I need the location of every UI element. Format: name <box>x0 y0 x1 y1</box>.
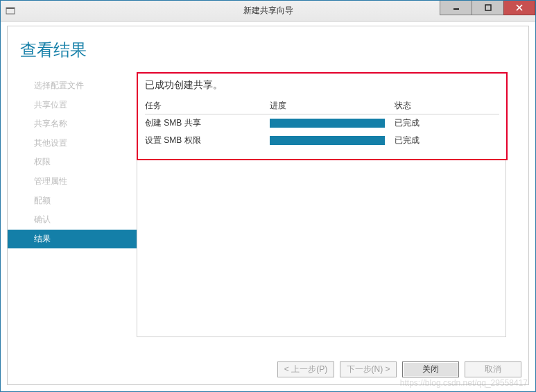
next-button: 下一步(N) > <box>340 361 397 377</box>
right-pane: 已成功创建共享。 任务 进度 状态 创建 SMB 共享 已完成 设置 SMB 权… <box>137 72 528 355</box>
sidebar: 选择配置文件 共享位置 共享名称 其他设置 权限 管理属性 配额 确认 结果 <box>8 72 137 355</box>
result-highlight: 已成功创建共享。 任务 进度 状态 创建 SMB 共享 已完成 设置 SMB 权… <box>137 72 508 160</box>
svg-rect-1 <box>6 8 15 9</box>
task-status: 已完成 <box>395 117 499 129</box>
result-message: 已成功创建共享。 <box>145 79 499 92</box>
progress-bar <box>270 119 385 128</box>
sidebar-item-mgmt-props: 管理属性 <box>8 172 137 191</box>
app-icon <box>5 6 16 17</box>
task-progress <box>270 119 395 128</box>
window-controls <box>440 1 535 21</box>
sidebar-item-results: 结果 <box>8 230 137 249</box>
col-progress-header: 进度 <box>270 100 395 112</box>
close-button[interactable] <box>503 0 535 15</box>
window-title: 新建共享向导 <box>243 5 293 17</box>
titlebar: 新建共享向导 <box>1 1 535 22</box>
cancel-button: 取消 <box>465 361 521 377</box>
minimize-button[interactable] <box>440 0 472 15</box>
main-area: 选择配置文件 共享位置 共享名称 其他设置 权限 管理属性 配额 确认 结果 已… <box>8 72 528 355</box>
task-name: 设置 SMB 权限 <box>145 135 270 146</box>
sidebar-item-share-location: 共享位置 <box>8 96 137 115</box>
content: 查看结果 选择配置文件 共享位置 共享名称 其他设置 权限 管理属性 配额 确认… <box>1 22 535 391</box>
svg-rect-3 <box>485 5 491 10</box>
sidebar-item-select-profile: 选择配置文件 <box>8 76 137 96</box>
sidebar-item-other-settings: 其他设置 <box>8 134 137 153</box>
task-status: 已完成 <box>395 135 499 146</box>
task-progress <box>270 136 395 145</box>
col-task-header: 任务 <box>145 100 270 112</box>
task-name: 创建 SMB 共享 <box>145 117 270 129</box>
table-row: 设置 SMB 权限 已完成 <box>145 132 499 149</box>
col-status-header: 状态 <box>395 100 499 112</box>
close-wizard-button[interactable]: 关闭 <box>402 361 459 377</box>
progress-bar <box>270 136 385 145</box>
sidebar-item-permissions: 权限 <box>8 153 137 172</box>
wizard-panel: 查看结果 选择配置文件 共享位置 共享名称 其他设置 权限 管理属性 配额 确认… <box>7 26 529 385</box>
page-title: 查看结果 <box>8 26 528 72</box>
table-row: 创建 SMB 共享 已完成 <box>145 114 499 132</box>
maximize-button[interactable] <box>472 0 503 15</box>
sidebar-item-quota: 配额 <box>8 191 137 211</box>
sidebar-item-share-name: 共享名称 <box>8 114 137 134</box>
sidebar-item-confirm: 确认 <box>8 210 137 230</box>
task-header: 任务 进度 状态 <box>145 100 499 114</box>
prev-button: < 上一步(P) <box>277 361 334 377</box>
footer: < 上一步(P) 下一步(N) > 关闭 取消 <box>8 355 528 384</box>
result-list-area <box>137 160 506 337</box>
